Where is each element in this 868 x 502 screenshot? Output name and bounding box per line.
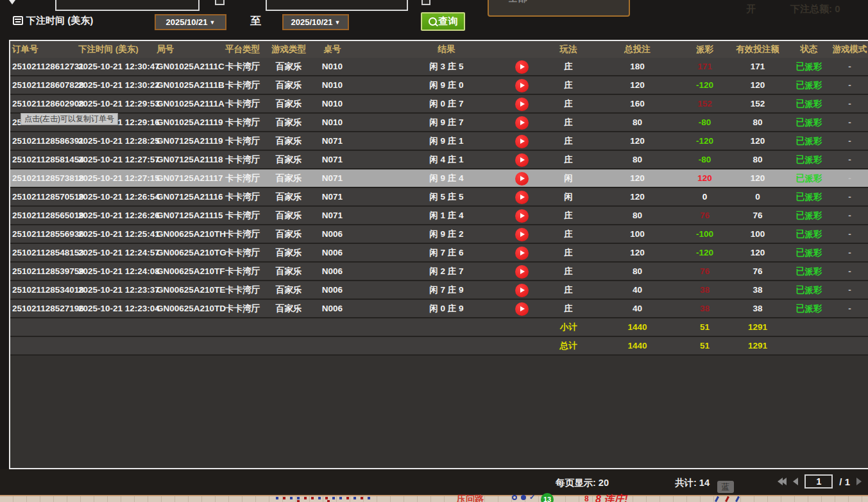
cell-result: 闲 0 庄 9 (350, 300, 543, 317)
cell-status: 已派彩 (787, 266, 831, 277)
cell-round: GN00625A210TG (155, 248, 222, 257)
result-text: 闲 3 庄 5 (429, 61, 463, 73)
cell-payout: 76 (681, 211, 729, 220)
search-input-2[interactable] (266, 0, 408, 11)
replay-play-icon[interactable] (515, 153, 529, 167)
replay-play-icon[interactable] (515, 135, 529, 148)
cell-mode: - (831, 248, 868, 257)
cell-payout: 51 (681, 341, 729, 351)
table-row[interactable]: 2510211285569362025-10-21 12:25:41GN0062… (10, 225, 868, 244)
cell-result: 闲 5 庄 5 (350, 188, 543, 205)
copy-order-tooltip: 点击(左击)可以复制订单号 (21, 113, 118, 125)
page-input[interactable]: 1 (804, 474, 833, 489)
cell-total: 120 (594, 248, 681, 257)
table-row[interactable]: 252025-10-21 12:29:16GN01025A21119卡卡湾厅百家… (10, 114, 868, 132)
result-text: 闲 2 庄 7 (429, 266, 463, 277)
header-10: 有效投注额 (729, 44, 787, 55)
table-row[interactable]: 2510211286078282025-10-21 12:30:22GN0102… (10, 76, 868, 95)
table-row[interactable]: 2510211285863912025-10-21 12:28:25GN0712… (10, 132, 868, 151)
table-row[interactable]: 2510211286029082025-10-21 12:29:53GN0102… (10, 95, 868, 114)
cell-game: 百家乐 (263, 80, 314, 91)
cell-table: N071 (314, 173, 350, 183)
status-dropdown-value: 全部 (508, 0, 527, 4)
result-text: 闲 0 庄 7 (429, 98, 463, 110)
next-page-button[interactable] (856, 478, 862, 485)
cell-order: 251021128570519 (10, 192, 76, 202)
table-row[interactable]: 2510211285738182025-10-21 12:27:15GN0712… (10, 169, 868, 188)
replay-play-icon[interactable] (515, 284, 529, 297)
cell-time: 2025-10-21 12:23:37 (76, 285, 155, 295)
cell-table: N071 (314, 136, 350, 146)
cell-status: 已派彩 (787, 173, 831, 184)
search-button[interactable]: 查询 (421, 12, 465, 31)
replay-play-icon[interactable] (515, 302, 529, 316)
replay-play-icon[interactable] (515, 247, 529, 260)
search-input-1[interactable] (55, 0, 200, 11)
status-dropdown[interactable]: 全部 (488, 0, 630, 17)
cell-time: 2025-10-21 12:24:57 (76, 248, 155, 257)
cell-game: 百家乐 (263, 98, 314, 110)
replay-play-icon[interactable] (515, 172, 529, 186)
cell-platform: 卡卡湾厅 (222, 191, 263, 203)
table-row[interactable]: 2510211285705192025-10-21 12:26:54GN0712… (10, 188, 868, 207)
table-row[interactable]: 2510211286127312025-10-21 12:30:47GN0102… (10, 58, 868, 76)
cell-payout: 0 (681, 192, 729, 202)
table-row[interactable]: 2510211285271962025-10-21 12:23:04GN0062… (10, 300, 868, 318)
cell-round: GN07125A21118 (155, 155, 222, 164)
first-page-button[interactable] (778, 478, 787, 485)
roadmap-dot (297, 497, 300, 499)
replay-play-icon[interactable] (515, 191, 529, 204)
ring-circle-icon (512, 495, 517, 500)
table-row[interactable]: 2510211285340182025-10-21 12:23:37GN0062… (10, 281, 868, 300)
date-from-select[interactable]: 2025/10/21▼ (155, 14, 226, 30)
cell-mode: - (831, 285, 868, 295)
cell-game: 百家乐 (263, 229, 314, 240)
cell-total: 120 (594, 173, 681, 183)
per-page-label: 每页显示: 20 (556, 477, 609, 489)
cell-valid: 80 (729, 155, 787, 164)
cell-status: 已派彩 (787, 284, 831, 296)
cell-play: 闲 (543, 191, 594, 203)
cell-platform: 卡卡湾厅 (222, 154, 263, 166)
cell-total: 180 (594, 62, 681, 71)
cell-payout: -120 (681, 248, 729, 257)
replay-play-icon[interactable] (515, 209, 529, 223)
cell-mode: - (831, 173, 868, 183)
cell-result: 闲 9 庄 1 (350, 132, 543, 150)
blue-badge: 蓝 (717, 481, 734, 493)
replay-play-icon[interactable] (515, 98, 529, 111)
table-row[interactable]: 2510211285481532025-10-21 12:24:57GN0062… (10, 244, 868, 263)
replay-play-icon[interactable] (515, 116, 529, 130)
replay-play-icon[interactable] (515, 60, 529, 74)
cell-status: 已派彩 (787, 210, 831, 221)
cell-valid: 171 (729, 62, 787, 71)
replay-play-icon[interactable] (515, 79, 529, 92)
cell-mode: - (831, 62, 868, 71)
cell-table: N006 (314, 248, 350, 257)
prev-page-button[interactable] (793, 478, 798, 485)
cell-valid: 120 (729, 248, 787, 257)
cell-result: 闲 9 庄 7 (350, 114, 543, 131)
cell-total: 120 (594, 136, 681, 146)
background-roadmap-strip: 压问路 ✓ 13 8 8 连庄! (0, 495, 868, 502)
table-row[interactable]: 2510211285650192025-10-21 12:26:26GN0712… (10, 207, 868, 225)
cell-platform: 卡卡湾厅 (222, 303, 263, 315)
replay-play-icon[interactable] (515, 228, 529, 241)
cell-mode: - (831, 80, 868, 90)
cell-table: N006 (314, 285, 350, 295)
header-2: 局号 (155, 44, 222, 55)
cell-order: 251021128534018 (10, 285, 76, 295)
cell-play: 庄 (543, 266, 594, 277)
cell-time: 2025-10-21 12:27:15 (76, 173, 155, 183)
header-5: 桌号 (314, 44, 350, 55)
cell-mode: - (831, 99, 868, 108)
date-to-select[interactable]: 2025/10/21▼ (282, 14, 349, 30)
cell-order: 251021128565019 (10, 211, 76, 220)
cell-result: 闲 9 庄 0 (350, 76, 543, 94)
result-text: 闲 9 庄 7 (429, 117, 463, 128)
table-row[interactable]: 2510211285397592025-10-21 12:24:08GN0062… (10, 263, 868, 281)
table-row[interactable]: 2510211285814542025-10-21 12:27:57GN0712… (10, 151, 868, 169)
replay-play-icon[interactable] (515, 265, 529, 279)
cell-payout: -100 (681, 229, 729, 239)
road-label: 压问路 (457, 494, 484, 502)
